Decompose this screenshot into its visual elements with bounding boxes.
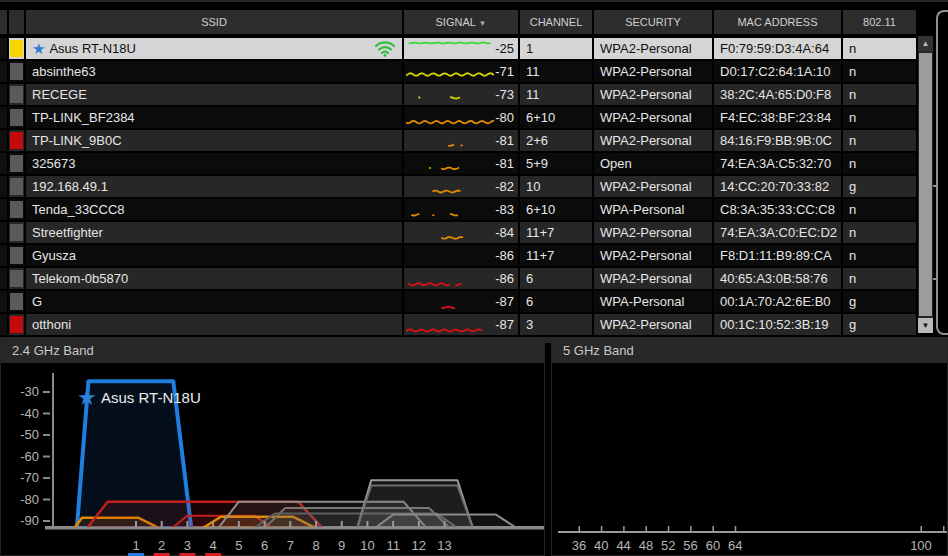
svg-text:7: 7: [287, 538, 294, 553]
ssid-label: Asus RT-N18U: [49, 38, 135, 59]
table-row[interactable]: ★ otthoni -87 3 WPA2-Personal 00:1C:10:5…: [0, 314, 916, 335]
standard-cell: n: [843, 245, 916, 266]
column-header-signal[interactable]: SIGNAL ▼: [404, 10, 518, 34]
scrollbar-thumb[interactable]: [919, 53, 932, 316]
row-gutter: [0, 38, 7, 59]
signal-value: -87: [495, 291, 514, 312]
standard-cell: n: [843, 107, 916, 128]
column-header-channel[interactable]: CHANNEL: [520, 10, 592, 34]
y-axis-labels: -30-40-50-60-70-80-90: [20, 384, 50, 528]
ssid-label: 192.168.49.1: [32, 176, 108, 197]
signal-value: -25: [495, 38, 514, 59]
network-color-swatch: [10, 224, 23, 241]
network-table: SSID SIGNAL ▼ CHANNEL SECURITY MAC ADDRE…: [0, 10, 916, 34]
mac-cell: F0:79:59:D3:4A:64: [714, 38, 841, 59]
table-row[interactable]: ★ G -87 6 WPA-Personal 00:1A:70:A2:6E:B0: [0, 291, 916, 312]
network-color-swatch: [10, 316, 23, 333]
svg-text:-60: -60: [20, 449, 39, 464]
sort-desc-icon: ▼: [479, 19, 487, 28]
signal-cell: -84: [404, 222, 518, 243]
svg-text:6: 6: [261, 538, 268, 553]
band-5ghz-panel: 5 GHz Band 3640444852566064100: [551, 337, 948, 556]
table-row[interactable]: ★ Streetfighter -84 11+7 WPA2-Personal 7…: [0, 222, 916, 243]
row-color-cell: [9, 107, 24, 128]
ssid-cell: ★ TP-LINK_9B0C: [26, 130, 402, 151]
column-header-ssid[interactable]: SSID: [26, 10, 402, 34]
table-row[interactable]: ★ Asus RT-N18U -25 1 WPA2-Personal F0:79…: [0, 38, 916, 59]
table-row[interactable]: ★ RECEGE -73 11 WPA2-Personal 38:2C:4A:6…: [0, 84, 916, 105]
ssid-label: Gyusza: [32, 245, 76, 266]
row-color-cell: [9, 245, 24, 266]
ssid-cell: ★ Gyusza: [26, 245, 402, 266]
table-row[interactable]: ★ 192.168.49.1 -82 10 WPA2-Personal 14:C…: [0, 176, 916, 197]
signal-sparkline: [406, 38, 494, 59]
channel-cell: 1: [520, 38, 592, 59]
network-color-swatch: [10, 178, 23, 195]
svg-text:-90: -90: [20, 513, 39, 528]
column-header-security[interactable]: SECURITY: [594, 10, 712, 34]
svg-text:1: 1: [132, 538, 139, 553]
row-color-cell: [9, 291, 24, 312]
column-header-standard[interactable]: 802.11: [843, 10, 916, 34]
signal-sparkline: [406, 314, 494, 335]
ssid-cell: ★ G: [26, 291, 402, 312]
svg-text:52: 52: [661, 538, 675, 553]
network-color-swatch: [10, 155, 23, 172]
table-row[interactable]: ★ 325673 -81 5+9 Open 74:EA:3A:C5:32:70: [0, 153, 916, 174]
svg-text:-80: -80: [20, 492, 39, 507]
channel-cell: 11: [520, 61, 592, 82]
scrollbar-down-button[interactable]: ▼: [918, 318, 933, 333]
ssid-cell: ★ TP-LINK_BF2384: [26, 107, 402, 128]
ssid-label: 325673: [32, 153, 75, 174]
channel-cell: 10: [520, 176, 592, 197]
table-row[interactable]: ★ absinthe63 -71 11 WPA2-Personal D0:17:…: [0, 61, 916, 82]
security-cell: WPA2-Personal: [594, 176, 712, 197]
security-cell: WPA-Personal: [594, 291, 712, 312]
channel-cell: 6: [520, 268, 592, 289]
ssid-label: absinthe63: [32, 61, 96, 82]
table-scrollbar[interactable]: ▲ ▼: [918, 36, 933, 333]
security-cell: WPA2-Personal: [594, 61, 712, 82]
mac-cell: 40:65:A3:0B:58:76: [714, 268, 841, 289]
ssid-cell: ★ Streetfighter: [26, 222, 402, 243]
svg-text:100: 100: [910, 538, 932, 553]
signal-cell: -87: [404, 314, 518, 335]
mac-cell: F8:D1:11:B9:89:CA: [714, 245, 841, 266]
annotation-star-icon: ★: [77, 385, 97, 410]
signal-value: -87: [495, 314, 514, 335]
standard-cell: n: [843, 199, 916, 220]
channel-cell: 6: [520, 291, 592, 312]
signal-sparkline: [406, 222, 494, 243]
network-color-swatch: [10, 247, 23, 264]
edge-tick: [933, 185, 938, 187]
signal-value: -71: [495, 61, 514, 82]
band-5ghz-chart: 3640444852566064100: [552, 364, 947, 556]
svg-text:10: 10: [360, 538, 374, 553]
band-5ghz-title: 5 GHz Band: [552, 338, 947, 364]
table-row[interactable]: ★ Telekom-0b5870 -86 6 WPA2-Personal 40:…: [0, 268, 916, 289]
table-row[interactable]: ★ Gyusza -86 11+7 WPA2-Personal F8:D1:11…: [0, 245, 916, 266]
svg-text:44: 44: [616, 538, 630, 553]
network-color-swatch: [10, 201, 23, 218]
svg-text:12: 12: [412, 538, 426, 553]
standard-cell: g: [843, 291, 916, 312]
star-icon: ★: [32, 41, 45, 56]
mac-cell: 74:EA:3A:C5:32:70: [714, 153, 841, 174]
table-row[interactable]: ★ Tenda_33CCC8 -83 6+10 WPA-Personal C8:…: [0, 199, 916, 220]
signal-value: -84: [495, 222, 514, 243]
ssid-cell: ★ Asus RT-N18U: [26, 38, 402, 59]
svg-text:56: 56: [683, 538, 697, 553]
ssid-cell: ★ absinthe63: [26, 61, 402, 82]
mac-cell: F4:EC:38:BF:23:84: [714, 107, 841, 128]
row-gutter: [0, 130, 7, 151]
svg-text:11: 11: [386, 538, 400, 553]
table-row[interactable]: ★ TP-LINK_BF2384 -80 6+10 WPA2-Personal …: [0, 107, 916, 128]
signal-cell: -73: [404, 84, 518, 105]
scrollbar-up-button[interactable]: ▲: [918, 36, 933, 51]
signal-value: -81: [495, 153, 514, 174]
column-header-mac[interactable]: MAC ADDRESS: [714, 10, 841, 34]
signal-header-label: SIGNAL: [436, 16, 476, 28]
standard-cell: g: [843, 314, 916, 335]
signal-cell: -81: [404, 153, 518, 174]
table-row[interactable]: ★ TP-LINK_9B0C -81 2+6 WPA2-Personal 84:…: [0, 130, 916, 151]
